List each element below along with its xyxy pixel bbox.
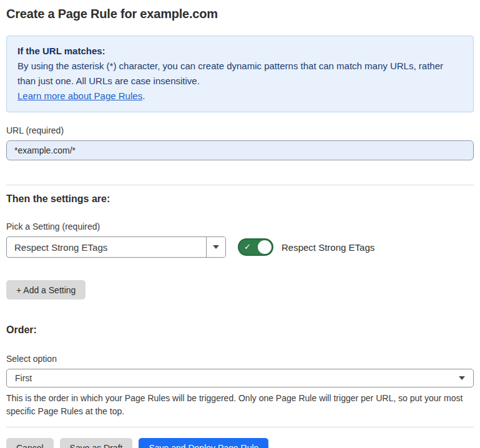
setting-dropdown-value: Respect Strong ETags	[7, 237, 206, 257]
toggle-label: Respect Strong ETags	[282, 242, 375, 253]
section-divider	[6, 185, 474, 185]
save-and-deploy-button[interactable]: Save and Deploy Page Rule	[139, 438, 268, 448]
info-box-heading: If the URL matches:	[17, 44, 463, 59]
footer-actions: Cancel Save as Draft Save and Deploy Pag…	[6, 438, 474, 448]
setting-dropdown-arrow-button[interactable]	[206, 237, 225, 257]
info-box-link-line: Learn more about Page Rules.	[17, 89, 463, 104]
cancel-button[interactable]: Cancel	[6, 438, 54, 448]
link-suffix: .	[142, 90, 145, 101]
url-field-label: URL (required)	[6, 125, 474, 135]
page-title: Create a Page Rule for example.com	[6, 7, 474, 21]
url-input[interactable]	[6, 140, 474, 160]
respect-strong-etags-toggle[interactable]: ✓	[238, 238, 273, 256]
add-setting-button[interactable]: + Add a Setting	[6, 280, 86, 299]
learn-more-link[interactable]: Learn more about Page Rules	[17, 90, 142, 101]
url-matches-info-box: If the URL matches: By using the asteris…	[6, 36, 474, 112]
page-rule-form: Create a Page Rule for example.com If th…	[0, 7, 480, 448]
order-select-value: First	[15, 373, 32, 383]
order-select-label: Select option	[6, 354, 474, 364]
chevron-down-icon	[459, 376, 465, 380]
footer-divider	[6, 427, 474, 427]
info-box-body: By using the asterisk (*) character, you…	[17, 59, 462, 89]
setting-dropdown[interactable]: Respect Strong ETags	[6, 236, 226, 258]
order-section-heading: Order:	[6, 324, 474, 336]
setting-row: Respect Strong ETags ✓ Respect Strong ET…	[6, 236, 474, 258]
chevron-down-icon	[213, 245, 219, 249]
check-icon: ✓	[244, 243, 251, 251]
order-select[interactable]: First	[6, 369, 474, 387]
save-as-draft-button[interactable]: Save as Draft	[60, 438, 133, 448]
order-help-text: This is the order in which your Page Rul…	[6, 392, 465, 418]
settings-section-heading: Then the settings are:	[6, 193, 474, 205]
setting-picker-label: Pick a Setting (required)	[6, 222, 474, 231]
toggle-knob	[258, 240, 272, 254]
